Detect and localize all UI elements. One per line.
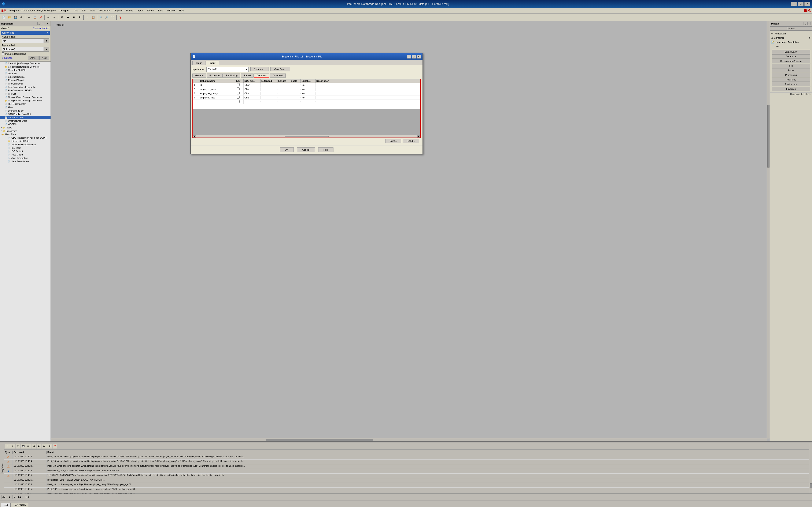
gray-area (193, 109, 420, 135)
col-desc-empty (315, 101, 420, 102)
inner-tab-advanced[interactable]: Advanced (270, 73, 286, 77)
col-sql-3: Char (244, 92, 260, 95)
col-scale-empty (290, 101, 301, 102)
col-key-check-3[interactable] (237, 92, 240, 95)
col-key-empty (233, 100, 244, 104)
modal-tab-input[interactable]: Input (206, 61, 219, 65)
col-len-2 (277, 89, 290, 90)
col-name-4: employee_age (199, 96, 233, 99)
view-data-button[interactable]: View Data... (270, 67, 290, 71)
col-name-3: employee_salary (199, 92, 233, 95)
col-key-3 (233, 91, 244, 95)
col-row-empty (193, 100, 420, 104)
col-scale-1 (290, 84, 301, 86)
col-row-4[interactable]: 4 employee_age Char No (193, 96, 420, 100)
col-num-2: 2 (193, 88, 199, 91)
col-desc-2 (315, 89, 420, 90)
col-name-1: id (199, 83, 233, 87)
inner-tab-partitioning[interactable]: Partitioning (223, 73, 240, 77)
input-name-label: Input name: (192, 68, 205, 70)
col-key-check-empty[interactable] (237, 100, 240, 103)
col-scale-2 (290, 89, 301, 90)
modal-tab-stage[interactable]: Stage (192, 61, 206, 65)
col-num-4: 4 (193, 96, 199, 99)
help-button[interactable]: Help (318, 148, 334, 152)
columns-button[interactable]: Columns... (250, 67, 269, 71)
col-row-2[interactable]: 2 employee_name Char No (193, 87, 420, 91)
col-key-4 (233, 96, 244, 100)
col-ext-2 (260, 89, 277, 90)
columns-table-header: Column name Key SQL type Extended Length… (193, 79, 420, 83)
modal-dialog: 📄 Sequential_File_11 - Sequential File _… (190, 53, 423, 154)
modal-save-load: Save... Load... (192, 138, 421, 144)
col-ext-empty (260, 101, 277, 102)
col-row-1[interactable]: 1 id Char No (193, 83, 420, 87)
col-hdr-desc: Description (315, 79, 420, 82)
inner-tab-columns[interactable]: Columns (254, 73, 269, 77)
col-key-check-2[interactable] (237, 88, 240, 90)
col-hdr-ext: Extended (260, 79, 277, 82)
col-hdr-len: Length (277, 79, 290, 82)
col-nullable-3: No (301, 92, 315, 95)
col-key-check-1[interactable] (237, 83, 240, 86)
col-desc-4 (315, 97, 420, 98)
modal-icon: 📄 (192, 55, 196, 58)
modal-footer: OK Cancel Help (191, 146, 422, 154)
col-nullable-4: No (301, 96, 315, 99)
inner-tab-properties[interactable]: Properties (207, 73, 223, 77)
ok-button[interactable]: OK (280, 148, 294, 152)
col-scroll-left-btn[interactable]: ◀ (193, 135, 196, 137)
col-row-3[interactable]: 3 employee_salary Char No (193, 91, 420, 96)
modal-body: Input name: DSLink12 Columns... View Dat… (191, 65, 422, 146)
col-scroll-track[interactable] (196, 135, 417, 137)
col-hdr-nullable: Nullable (301, 79, 315, 82)
modal-close-btn[interactable]: ✕ (417, 55, 421, 59)
inner-tabs: General Properties Partitioning Format C… (192, 73, 421, 77)
modal-minimize-btn[interactable]: _ (407, 55, 411, 59)
columns-horizontal-scrollbar[interactable]: ◀ ▶ (193, 135, 420, 137)
col-hdr-key: Key (233, 79, 244, 82)
col-num-empty (193, 101, 199, 102)
col-key-check-4[interactable] (237, 96, 240, 99)
col-hdr-sql: SQL type (244, 79, 260, 82)
col-desc-3 (315, 93, 420, 94)
col-nullable-1: No (301, 83, 315, 87)
col-len-empty (277, 101, 290, 102)
col-ext-1 (260, 84, 277, 86)
columns-table-body[interactable]: 1 id Char No 2 employee_name (193, 83, 420, 109)
col-key-1 (233, 83, 244, 87)
modal-titlebar: 📄 Sequential_File_11 - Sequential File _… (191, 53, 422, 60)
col-scroll-right-btn[interactable]: ▶ (417, 135, 420, 137)
load-button[interactable]: Load... (403, 139, 419, 143)
col-len-1 (277, 84, 290, 86)
col-desc-1 (315, 84, 420, 86)
cancel-button[interactable]: Cancel (297, 148, 315, 152)
input-name-row: Input name: DSLink12 Columns... View Dat… (192, 67, 421, 72)
modal-controls: _ □ ✕ (407, 55, 421, 59)
col-hdr-name: Column name (199, 79, 233, 82)
col-sql-2: Char (244, 88, 260, 91)
modal-tabs: Stage Input (191, 60, 422, 65)
col-ext-3 (260, 93, 277, 94)
col-name-empty (199, 101, 233, 102)
col-name-2: employee_name (199, 88, 233, 91)
col-num-3: 3 (193, 92, 199, 95)
save-button[interactable]: Save... (385, 139, 401, 143)
inner-tab-format[interactable]: Format (241, 73, 254, 77)
col-scale-3 (290, 93, 301, 94)
col-nullable-2: No (301, 88, 315, 91)
input-name-select[interactable]: DSLink12 (206, 67, 249, 72)
modal-title: Sequential_File_11 - Sequential File (282, 55, 322, 58)
columns-table-wrapper: Column name Key SQL type Extended Length… (192, 79, 421, 138)
col-num-1: 1 (193, 83, 199, 87)
modal-overlay: 📄 Sequential_File_11 - Sequential File _… (0, 0, 812, 507)
col-hdr-scale: Scale (290, 79, 301, 82)
modal-maximize-btn[interactable]: □ (412, 55, 416, 59)
col-key-2 (233, 87, 244, 91)
inner-tab-general[interactable]: General (192, 73, 206, 77)
col-ext-4 (260, 97, 277, 98)
col-sql-empty (244, 101, 260, 102)
col-scale-4 (290, 97, 301, 98)
col-sql-4: Char (244, 96, 260, 99)
col-scroll-thumb[interactable] (285, 135, 329, 137)
